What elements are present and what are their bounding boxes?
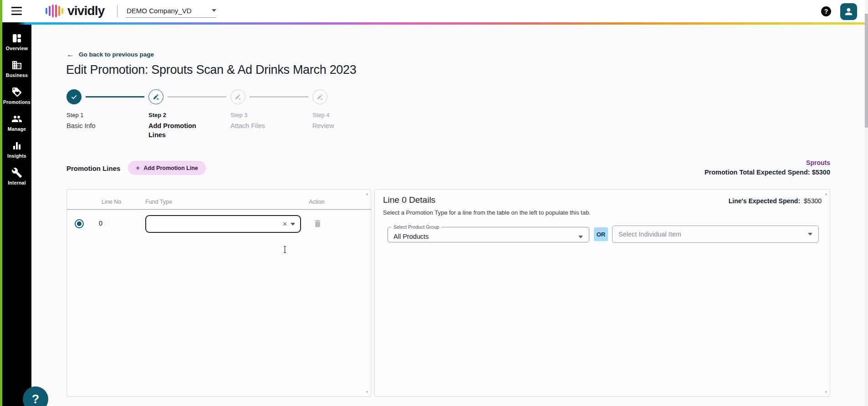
sidebar-label: Overview [6,46,28,51]
text-cursor [283,246,287,253]
sidebar-label: Internal [8,180,26,185]
promotion-lines-table: Line No Fund Type Action ▲ ▼ 0 ✕ [66,189,371,397]
or-chip: OR [594,227,608,241]
step-name: Add Promotion Lines [148,121,205,139]
sidebar-label: Insights [7,153,26,159]
delete-line-button[interactable] [313,219,322,228]
scroll-up-arrow[interactable]: ▲ [365,192,369,196]
sidebar-item-insights[interactable]: Insights [2,140,31,159]
scroll-up-arrow[interactable]: ▲ [824,192,828,196]
plus-icon: + [136,164,140,172]
window-scrollbar[interactable] [865,0,868,406]
line-details-panel: Line 0 Details Line's Expected Spend:$53… [374,189,830,397]
line-expected-spend: Line's Expected Spend:$5300 [729,197,822,205]
add-promotion-line-label: Add Promotion Line [143,165,198,171]
chevron-down-icon [212,9,216,12]
fund-type-combobox[interactable]: ✕ [145,215,301,233]
individual-item-placeholder: Select Individual Item [618,231,681,238]
step-number: Step 2 [148,112,205,118]
step-1-circle[interactable] [66,89,82,104]
scroll-down-arrow[interactable]: ▼ [365,390,369,394]
table-header-divider [67,209,371,210]
help-icon[interactable]: ? [821,6,831,16]
step-4-circle[interactable] [312,89,327,104]
rainbow-accent-bar [0,22,868,25]
step-4-label: Step 4 Review [312,112,369,130]
company-select[interactable]: DEMO Company_VD [126,4,216,18]
scrollbar-thumb[interactable] [865,14,868,128]
logo-bars-icon [46,3,63,19]
column-header-fund-type: Fund Type [145,199,172,205]
promotion-total-spend: Promotion Total Expected Spend: $5300 [592,169,830,176]
help-fab[interactable]: ? [23,386,48,406]
line-details-description: Select a Promotion Type for a line from … [383,209,591,216]
chevron-down-icon[interactable] [291,223,295,226]
product-group-select[interactable]: Select Product Group All Products [388,224,589,242]
fund-type-input[interactable] [146,216,279,232]
top-bar: vividly DEMO Company_VD ? [0,0,868,22]
chevron-down-icon [808,233,812,236]
product-group-value: All Products [393,233,429,240]
person-icon [843,6,854,17]
promotion-lines-heading: Promotion Lines [66,164,120,172]
column-header-action: Action [309,199,325,205]
brand-name: vividly [67,4,105,18]
add-promotion-line-button[interactable]: + Add Promotion Line [128,161,206,175]
company-select-value: DEMO Company_VD [126,7,192,15]
step-name: Basic Info [66,121,123,130]
step-connector [168,96,226,98]
sidebar-item-promotions[interactable]: Promotions [2,87,31,105]
tag-heart-icon [11,87,22,98]
avatar[interactable] [840,3,857,20]
clear-icon[interactable]: ✕ [279,221,291,227]
step-name: Attach Files [230,121,287,130]
sidebar-label: Business [6,72,28,78]
retailer-name: Sprouts [592,159,830,166]
line-select-radio[interactable] [75,219,84,228]
back-link[interactable]: ← Go back to previous page [66,51,154,58]
step-2-label: Step 2 Add Promotion Lines [148,112,205,139]
divider [117,5,117,17]
step-connector [86,96,144,98]
dashboard-icon [11,33,22,44]
chevron-down-icon [578,236,583,238]
green-accent-strip [0,0,2,406]
menu-icon[interactable] [11,7,22,15]
line-no-cell: 0 [99,220,102,227]
page-title: Edit Promotion: Sprouts Scan & Ad Drinks… [66,63,357,77]
sidebar-label: Manage [8,126,26,132]
step-3-label: Step 3 Attach Files [230,112,287,130]
back-arrow-icon: ← [66,51,74,58]
product-group-label: Select Product Group [391,224,441,230]
sidebar-item-business[interactable]: Business [2,60,31,78]
step-number: Step 4 [312,112,369,118]
pencil-icon [235,93,242,101]
brand-logo[interactable]: vividly [46,3,105,19]
step-connector [250,96,308,98]
individual-item-select[interactable]: Select Individual Item [612,226,819,243]
scroll-down-arrow[interactable]: ▼ [824,390,828,394]
sidebar-label: Promotions [3,99,31,105]
pencil-icon [153,93,160,101]
back-link-label: Go back to previous page [79,51,154,58]
people-icon [11,113,22,124]
step-1-label: Step 1 Basic Info [66,112,123,130]
line-spend-label: Line's Expected Spend: [729,197,800,205]
wrench-icon [11,167,22,178]
sidebar-item-internal[interactable]: Internal [2,167,31,185]
building-icon [11,60,22,71]
line-details-title: Line 0 Details [383,195,435,205]
step-3-circle[interactable] [230,89,245,104]
bar-chart-icon [11,140,22,151]
trash-icon [313,219,322,228]
spend-summary: Sprouts Promotion Total Expected Spend: … [592,159,830,176]
line-spend-value: $5300 [804,197,822,205]
sidebar-item-manage[interactable]: Manage [2,113,31,132]
step-name: Review [312,121,369,130]
step-2-circle[interactable] [148,89,163,104]
sidebar-item-overview[interactable]: Overview [2,33,31,51]
pencil-icon [317,93,324,101]
sidebar: Overview Business Promotions Manage Insi… [2,25,31,406]
step-number: Step 1 [66,112,123,118]
column-header-line-no: Line No [102,199,121,205]
